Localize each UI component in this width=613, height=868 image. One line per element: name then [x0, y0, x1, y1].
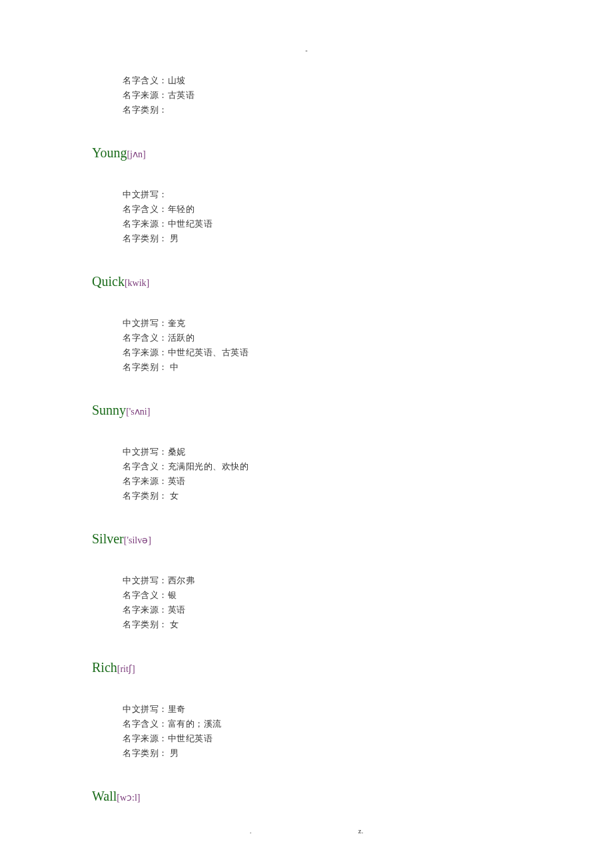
name-heading: Rich[ritʃ]: [92, 660, 613, 675]
category-line: 名字类别： 男: [123, 231, 613, 246]
pinyin-label: 中文拼写：: [123, 575, 168, 585]
pronunciation-text: [ritʃ]: [117, 664, 135, 674]
name-heading: Young[jʌn]: [92, 145, 613, 161]
entry-details: 中文拼写：西尔弗 名字含义：银 名字来源：英语 名字类别： 女: [92, 573, 613, 632]
pinyin-label: 中文拼写：: [123, 318, 168, 328]
pronunciation-text: ['silvə]: [124, 535, 151, 545]
pinyin-label: 中文拼写：: [123, 704, 168, 714]
meaning-label: 名字含义：: [123, 333, 168, 343]
entry-details: 中文拼写：桑妮 名字含义：充满阳光的、欢快的 名字来源：英语 名字类别： 女: [92, 445, 613, 503]
origin-value: 中世纪英语: [168, 733, 213, 743]
name-text: Silver: [92, 531, 124, 546]
category-line: 名字类别： 女: [123, 617, 613, 632]
meaning-line: 名字含义：山坡: [123, 73, 613, 88]
name-heading: Quick[kwik]: [92, 274, 613, 289]
category-value: 中: [170, 362, 179, 372]
origin-line: 名字来源：中世纪英语: [123, 731, 613, 746]
name-text: Rich: [92, 660, 117, 675]
pronunciation-text: [kwik]: [125, 278, 149, 288]
meaning-label: 名字含义：: [123, 590, 168, 600]
origin-label: 名字来源：: [123, 90, 168, 100]
meaning-label: 名字含义：: [123, 204, 168, 214]
category-line: 名字类别： 中: [123, 360, 613, 375]
name-heading: Wall[wɔ:l]: [92, 789, 613, 804]
page-marker-top: -: [305, 47, 307, 54]
pinyin-label: 中文拼写：: [123, 189, 168, 199]
pinyin-value: 桑妮: [168, 447, 186, 457]
footer-dot: .: [250, 827, 252, 835]
pinyin-value: 里奇: [168, 704, 186, 714]
meaning-line: 名字含义：充满阳光的、欢快的: [123, 459, 613, 474]
name-text: Wall: [92, 789, 117, 803]
category-line: 名字类别：: [123, 103, 613, 117]
name-text: Quick: [92, 274, 125, 289]
origin-value: 英语: [168, 605, 186, 615]
meaning-value: 年轻的: [168, 204, 195, 214]
origin-line: 名字来源：中世纪英语、古英语: [123, 345, 613, 360]
name-heading: Sunny['sʌni]: [92, 403, 613, 418]
entry-details: 中文拼写：奎克 名字含义：活跃的 名字来源：中世纪英语、古英语 名字类别： 中: [92, 316, 613, 375]
category-label: 名字类别：: [123, 105, 168, 115]
meaning-line: 名字含义：银: [123, 588, 613, 603]
category-value: 男: [170, 233, 179, 243]
entry-details: 中文拼写：里奇 名字含义：富有的；溪流 名字来源：中世纪英语 名字类别： 男: [92, 702, 613, 761]
pinyin-value: 奎克: [168, 318, 186, 328]
origin-label: 名字来源：: [123, 347, 168, 357]
origin-label: 名字来源：: [123, 476, 168, 486]
origin-value: 古英语: [168, 90, 195, 100]
category-value: 女: [170, 491, 179, 501]
category-value: 女: [170, 619, 179, 629]
meaning-value: 银: [168, 590, 177, 600]
name-heading: Silver['silvə]: [92, 531, 613, 547]
meaning-label: 名字含义：: [123, 461, 168, 471]
meaning-line: 名字含义：富有的；溪流: [123, 717, 613, 731]
origin-value: 英语: [168, 476, 186, 486]
meaning-value: 富有的；溪流: [168, 719, 222, 729]
pronunciation-text: [wɔ:l]: [117, 793, 140, 803]
category-label: 名字类别：: [123, 491, 168, 501]
pinyin-line: 中文拼写：里奇: [123, 702, 613, 717]
name-text: Young: [92, 145, 127, 160]
category-label: 名字类别：: [123, 619, 168, 629]
origin-value: 中世纪英语、古英语: [168, 347, 249, 357]
meaning-line: 名字含义：活跃的: [123, 331, 613, 345]
pinyin-line: 中文拼写：: [123, 187, 613, 202]
origin-value: 中世纪英语: [168, 219, 213, 229]
meaning-value: 充满阳光的、欢快的: [168, 461, 249, 471]
category-label: 名字类别：: [123, 748, 168, 758]
meaning-label: 名字含义：: [123, 75, 168, 85]
pinyin-line: 中文拼写：奎克: [123, 316, 613, 331]
meaning-line: 名字含义：年轻的: [123, 202, 613, 217]
origin-line: 名字来源：英语: [123, 603, 613, 617]
meaning-value: 山坡: [168, 75, 186, 85]
entry-details: 中文拼写： 名字含义：年轻的 名字来源：中世纪英语 名字类别： 男: [92, 187, 613, 246]
pronunciation-text: [jʌn]: [127, 149, 145, 159]
footer-z: z.: [358, 827, 364, 835]
pronunciation-text: ['sʌni]: [126, 407, 150, 417]
origin-label: 名字来源：: [123, 219, 168, 229]
category-label: 名字类别：: [123, 233, 168, 243]
document-content: 名字含义：山坡 名字来源：古英语 名字类别： Young[jʌn] 中文拼写： …: [0, 40, 613, 804]
category-line: 名字类别： 男: [123, 746, 613, 761]
entry-details: 名字含义：山坡 名字来源：古英语 名字类别：: [92, 73, 613, 117]
origin-line: 名字来源：中世纪英语: [123, 217, 613, 231]
pinyin-line: 中文拼写：桑妮: [123, 445, 613, 459]
origin-line: 名字来源：英语: [123, 474, 613, 489]
category-line: 名字类别： 女: [123, 489, 613, 503]
name-text: Sunny: [92, 403, 126, 417]
category-value: 男: [170, 748, 179, 758]
meaning-value: 活跃的: [168, 333, 195, 343]
origin-label: 名字来源：: [123, 605, 168, 615]
pinyin-label: 中文拼写：: [123, 447, 168, 457]
pinyin-value: 西尔弗: [168, 575, 195, 585]
pinyin-line: 中文拼写：西尔弗: [123, 573, 613, 588]
category-label: 名字类别：: [123, 362, 168, 372]
origin-label: 名字来源：: [123, 733, 168, 743]
meaning-label: 名字含义：: [123, 719, 168, 729]
page-footer: .z.: [0, 827, 613, 835]
origin-line: 名字来源：古英语: [123, 88, 613, 103]
